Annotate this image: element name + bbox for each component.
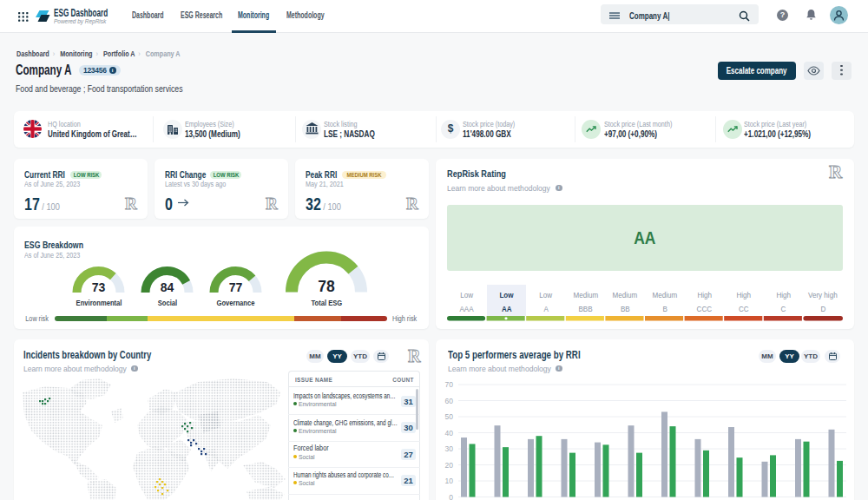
- svg-text:40: 40: [445, 429, 454, 438]
- svg-text:60: 60: [445, 397, 454, 405]
- svg-text:50: 50: [445, 412, 454, 421]
- svg-text:20: 20: [445, 461, 454, 470]
- svg-text:10: 10: [445, 477, 454, 485]
- svg-text:70: 70: [445, 380, 454, 389]
- svg-text:0: 0: [449, 493, 453, 500]
- svg-text:30: 30: [445, 444, 454, 453]
